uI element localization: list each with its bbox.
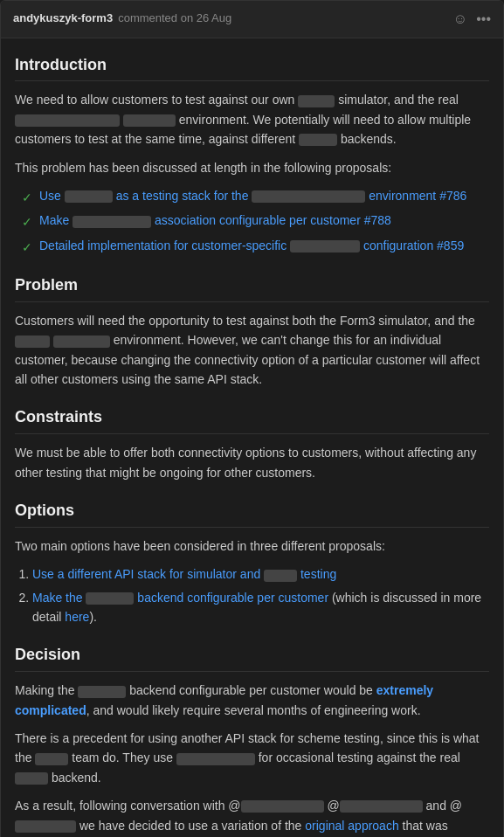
options-list: Use a different API stack for simulator … [32, 564, 489, 626]
option-item-2: Make the backend configurable per custom… [32, 588, 489, 627]
redacted-18 [340, 800, 423, 813]
issue-859-link[interactable]: #859 [437, 239, 464, 252]
check-icon-3: ✓ [22, 238, 32, 257]
proposal-2-text: Make association configurable per custom… [39, 211, 391, 230]
more-options-icon[interactable]: ••• [476, 8, 491, 31]
redacted-10 [53, 335, 110, 348]
proposal-2-link[interactable]: Make association configurable per custom… [39, 213, 361, 227]
proposal-3-text: Detailed implementation for customer-spe… [39, 236, 464, 255]
redacted-12 [86, 592, 134, 605]
author-name: andykuszyk-form3 [13, 10, 113, 28]
redacted-19 [15, 820, 76, 833]
options-intro: Two main options have been considered in… [15, 536, 489, 556]
comment-header: andykuszyk-form3 commented on 26 Aug ☺ •… [1, 1, 503, 38]
problem-para: Customers will need the opportunity to t… [15, 311, 489, 390]
comment-container: andykuszyk-form3 commented on 26 Aug ☺ •… [0, 0, 504, 837]
option-1-link[interactable]: Use a different API stack for simulator … [32, 567, 336, 581]
redacted-4 [299, 134, 337, 146]
redacted-11 [264, 570, 297, 582]
option-item-1: Use a different API stack for simulator … [32, 564, 489, 584]
option-2-link[interactable]: Make the backend configurable per custom… [32, 591, 328, 605]
redacted-8 [290, 240, 360, 252]
redacted-17 [241, 800, 324, 813]
comment-header-left: andykuszyk-form3 commented on 26 Aug [13, 10, 231, 28]
introduction-heading: Introduction [15, 52, 489, 82]
comment-body: Introduction We need to allow customers … [1, 38, 503, 837]
decision-para1: Making the backend configurable per cust… [15, 681, 489, 720]
issue-788-link[interactable]: #788 [364, 213, 391, 227]
proposal-item-3: ✓ Detailed implementation for customer-s… [22, 236, 489, 257]
redacted-2 [15, 114, 120, 127]
redacted-16 [15, 772, 48, 785]
proposal-item-1: ✓ Use as a testing stack for the environ… [22, 186, 489, 207]
issue-786-link[interactable]: #786 [439, 189, 466, 203]
proposal-item-2: ✓ Make association configurable per cust… [22, 211, 489, 232]
proposal-1-text: Use as a testing stack for the environme… [39, 186, 466, 205]
original-approach-link[interactable]: original approach [305, 819, 398, 833]
redacted-6 [252, 190, 365, 203]
introduction-para2: This problem has been discussed at lengt… [15, 158, 489, 177]
introduction-para1: We need to allow customers to test again… [15, 90, 489, 149]
options-heading: Options [15, 498, 489, 528]
here-link[interactable]: here [65, 610, 89, 624]
redacted-1 [298, 95, 335, 107]
check-icon-1: ✓ [22, 188, 32, 207]
redacted-5 [65, 190, 113, 203]
constraints-para: We must be able to offer both connectivi… [15, 443, 489, 482]
problem-heading: Problem [15, 273, 489, 302]
decision-para2: There is a precedent for using another A… [15, 729, 489, 787]
proposals-list: ✓ Use as a testing stack for the environ… [22, 186, 489, 257]
constraints-heading: Constraints [15, 405, 489, 434]
redacted-9 [15, 335, 50, 348]
comment-meta: commented on 26 Aug [118, 10, 231, 28]
emoji-icon[interactable]: ☺ [453, 8, 467, 31]
redacted-7 [72, 216, 151, 228]
check-icon-2: ✓ [22, 212, 32, 232]
redacted-15 [176, 753, 255, 765]
decision-heading: Decision [15, 642, 489, 672]
comment-header-actions[interactable]: ☺ ••• [453, 8, 491, 31]
redacted-14 [35, 753, 68, 765]
decision-para3: As a result, following conversation with… [15, 796, 489, 837]
proposal-1-link[interactable]: Use as a testing stack for the environme… [39, 189, 436, 203]
proposal-3-link[interactable]: Detailed implementation for customer-spe… [39, 239, 433, 252]
redacted-13 [78, 686, 126, 698]
redacted-3 [123, 114, 176, 127]
